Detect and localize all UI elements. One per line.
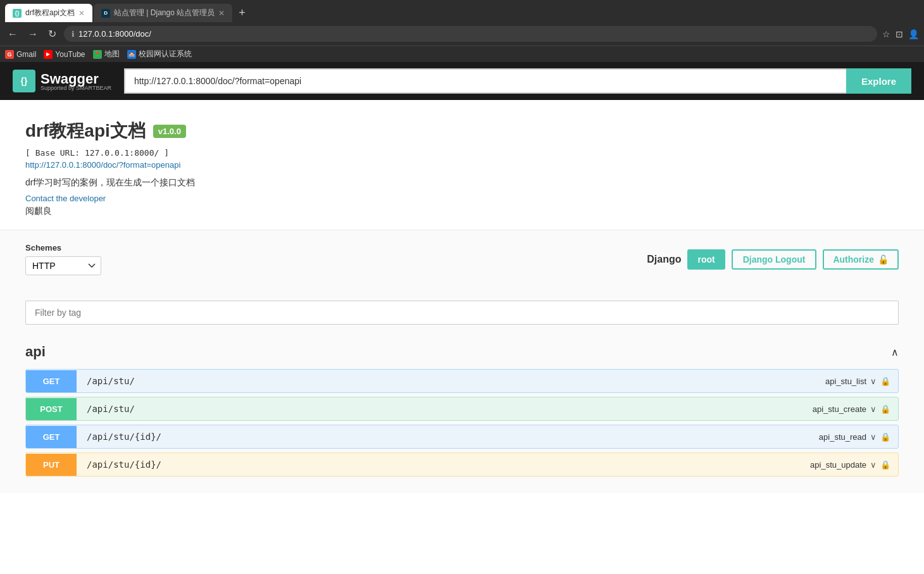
- endpoint-lock-icon: 🔒: [880, 404, 890, 414]
- method-badge: PUT: [26, 454, 77, 476]
- swagger-logo-icon: {}: [13, 70, 35, 92]
- bookmark-campus[interactable]: 🏫 校园网认证系统: [127, 49, 192, 59]
- swagger-ui: {} Swagger Supported by SMARTBEAR Explor…: [0, 62, 924, 493]
- api-title: drf教程api文档: [25, 119, 146, 143]
- profile-icon[interactable]: 👤: [908, 29, 919, 39]
- tab-django-label: 站点管理 | Django 站点管理员: [114, 8, 215, 18]
- tab-swagger-label: drf教程api文档: [25, 8, 75, 18]
- api-section: api ∧ GET /api/stu/ api_stu_list ∨ 🔒 POS…: [0, 331, 924, 493]
- endpoint-row[interactable]: GET /api/stu/ api_stu_list ∨ 🔒: [25, 369, 899, 393]
- auth-section: Django root Django Logout Authorize 🔓: [647, 249, 899, 270]
- endpoint-path: /api/stu/{id}/: [77, 425, 811, 448]
- map-icon: 📍: [93, 50, 102, 59]
- api-section-name: api: [25, 344, 46, 360]
- new-tab-button[interactable]: +: [234, 4, 251, 22]
- reload-button[interactable]: ↻: [46, 27, 59, 41]
- bookmark-campus-label: 校园网认证系统: [139, 49, 192, 59]
- chevron-down-icon: ∨: [870, 432, 877, 442]
- swagger-header: {} Swagger Supported by SMARTBEAR Explor…: [0, 62, 924, 100]
- endpoint-row[interactable]: PUT /api/stu/{id}/ api_stu_update ∨ 🔒: [25, 452, 899, 477]
- endpoint-row[interactable]: GET /api/stu/{id}/ api_stu_read ∨ 🔒: [25, 425, 899, 449]
- base-url: [ Base URL: 127.0.0.1:8000/ ]: [25, 148, 899, 158]
- api-description: drf学习时写的案例，现在生成一个接口文档: [25, 177, 899, 189]
- bookmark-youtube-label: YouTube: [55, 50, 85, 59]
- endpoint-lock-icon: 🔒: [880, 377, 890, 386]
- method-badge: GET: [26, 370, 77, 392]
- url-lock-icon: ℹ: [72, 30, 75, 39]
- nav-bar: ← → ↻ ℹ 127.0.0.1:8000/doc/ ☆ ⊡ 👤: [0, 22, 924, 46]
- api-info: drf教程api文档 v1.0.0 [ Base URL: 127.0.0.1:…: [0, 100, 924, 230]
- schemes-auth-section: Schemes HTTP HTTPS Django root Django Lo…: [0, 230, 924, 288]
- method-badge: POST: [26, 398, 77, 420]
- api-section-header: api ∧: [25, 344, 899, 360]
- url-text: 127.0.0.1:8000/doc/: [78, 29, 870, 39]
- filter-section: [0, 288, 924, 331]
- youtube-icon: ▶: [44, 50, 53, 59]
- browser-chrome: {} drf教程api文档 ✕ D 站点管理 | Django 站点管理员 ✕ …: [0, 0, 924, 62]
- chevron-down-icon: ∨: [870, 377, 877, 386]
- django-favicon: D: [101, 9, 110, 18]
- api-title-row: drf教程api文档 v1.0.0: [25, 119, 899, 143]
- endpoint-lock-icon: 🔒: [880, 432, 890, 442]
- gmail-icon: G: [5, 50, 14, 59]
- schemes-label: Schemes: [25, 243, 101, 253]
- swagger-url-bar: Explore: [124, 68, 911, 94]
- tab-swagger[interactable]: {} drf教程api文档 ✕: [5, 4, 92, 22]
- bookmarks-bar: G Gmail ▶ YouTube 📍 地图 🏫 校园网认证系统: [0, 46, 924, 62]
- endpoint-path: /api/stu/: [77, 397, 805, 420]
- split-screen-icon[interactable]: ⊡: [896, 29, 903, 39]
- endpoint-name: api_stu_list ∨ 🔒: [818, 370, 898, 392]
- endpoint-name: api_stu_read ∨ 🔒: [811, 426, 898, 448]
- back-button[interactable]: ←: [5, 27, 20, 41]
- tab-django-close[interactable]: ✕: [218, 9, 225, 18]
- root-button[interactable]: root: [687, 249, 725, 270]
- swagger-logo-text-group: Swagger Supported by SMARTBEAR: [41, 71, 111, 91]
- contact-link[interactable]: Contact the developer: [25, 194, 899, 203]
- api-author: 阅麒良: [25, 206, 899, 217]
- api-spec-link[interactable]: http://127.0.0.1:8000/doc/?format=openap…: [25, 160, 899, 170]
- swagger-main: drf教程api文档 v1.0.0 [ Base URL: 127.0.0.1:…: [0, 100, 924, 493]
- chevron-down-icon: ∨: [870, 404, 877, 414]
- bookmark-gmail-label: Gmail: [16, 50, 36, 59]
- endpoints-container: GET /api/stu/ api_stu_list ∨ 🔒 POST /api…: [25, 369, 899, 477]
- swagger-favicon: {}: [13, 9, 22, 18]
- authorize-button[interactable]: Authorize 🔓: [823, 249, 899, 270]
- scheme-select[interactable]: HTTP HTTPS: [25, 256, 101, 275]
- tab-django[interactable]: D 站点管理 | Django 站点管理员 ✕: [94, 4, 232, 22]
- campus-icon: 🏫: [127, 50, 136, 59]
- method-badge: GET: [26, 426, 77, 448]
- endpoint-path: /api/stu/: [77, 370, 818, 392]
- bookmark-map-label: 地图: [104, 49, 120, 59]
- authorize-label: Authorize: [833, 254, 874, 265]
- bookmark-gmail[interactable]: G Gmail: [5, 50, 36, 59]
- auth-label: Django: [647, 254, 681, 265]
- endpoint-row[interactable]: POST /api/stu/ api_stu_create ∨ 🔒: [25, 397, 899, 421]
- swagger-url-input[interactable]: [124, 68, 846, 94]
- bookmark-map[interactable]: 📍 地图: [93, 49, 120, 59]
- endpoint-name: api_stu_update ∨ 🔒: [802, 454, 898, 476]
- swagger-logo: {} Swagger Supported by SMARTBEAR: [13, 70, 111, 92]
- tab-swagger-close[interactable]: ✕: [78, 9, 85, 18]
- django-logout-button[interactable]: Django Logout: [732, 249, 817, 270]
- endpoint-name: api_stu_create ∨ 🔒: [805, 398, 898, 420]
- swagger-logo-sub: Supported by SMARTBEAR: [41, 85, 111, 91]
- lock-icon: 🔓: [878, 254, 889, 265]
- chevron-down-icon: ∨: [870, 460, 877, 470]
- bookmark-youtube[interactable]: ▶ YouTube: [44, 50, 85, 59]
- endpoint-path: /api/stu/{id}/: [77, 453, 802, 476]
- nav-actions: ☆ ⊡ 👤: [882, 29, 919, 39]
- collapse-icon[interactable]: ∧: [891, 346, 899, 358]
- forward-button[interactable]: →: [25, 27, 41, 41]
- endpoint-lock-icon: 🔒: [880, 460, 890, 470]
- api-version-badge: v1.0.0: [153, 125, 186, 138]
- filter-input[interactable]: [25, 301, 899, 325]
- bookmark-star-icon[interactable]: ☆: [882, 29, 890, 39]
- schemes-group: Schemes HTTP HTTPS: [25, 243, 101, 275]
- url-bar[interactable]: ℹ 127.0.0.1:8000/doc/: [64, 26, 877, 42]
- tab-bar: {} drf教程api文档 ✕ D 站点管理 | Django 站点管理员 ✕ …: [0, 0, 924, 22]
- swagger-explore-button[interactable]: Explore: [846, 68, 911, 94]
